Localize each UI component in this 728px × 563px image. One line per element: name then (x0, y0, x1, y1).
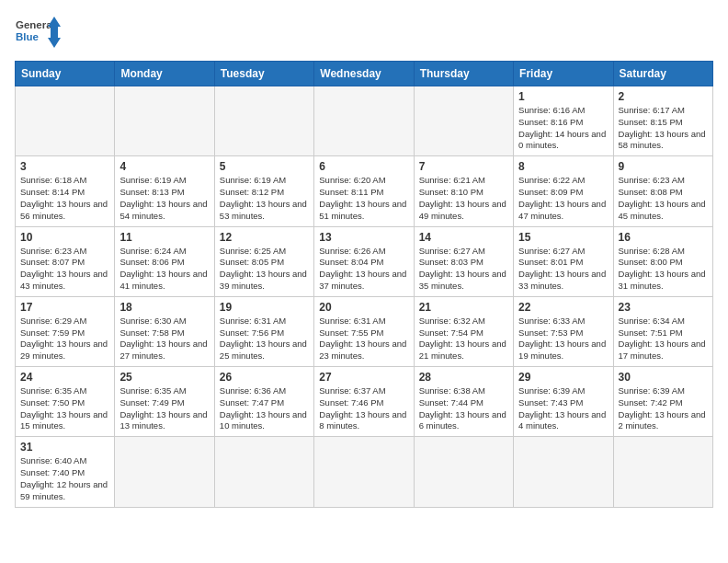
logo: General Blue (15, 15, 61, 50)
day-detail: Sunrise: 6:39 AM Sunset: 7:43 PM Dayligh… (518, 385, 608, 432)
calendar-day-cell (613, 437, 712, 507)
calendar-day-cell: 19Sunrise: 6:31 AM Sunset: 7:56 PM Dayli… (214, 296, 313, 366)
calendar-week-row: 10Sunrise: 6:23 AM Sunset: 8:07 PM Dayli… (16, 226, 713, 296)
day-detail: Sunrise: 6:21 AM Sunset: 8:10 PM Dayligh… (419, 175, 508, 222)
day-number: 16 (619, 231, 708, 244)
calendar-day-cell: 31Sunrise: 6:40 AM Sunset: 7:40 PM Dayli… (16, 437, 115, 507)
day-detail: Sunrise: 6:27 AM Sunset: 8:03 PM Dayligh… (419, 246, 508, 293)
day-detail: Sunrise: 6:23 AM Sunset: 8:08 PM Dayligh… (619, 175, 708, 222)
day-number: 21 (419, 301, 508, 314)
day-detail: Sunrise: 6:31 AM Sunset: 7:56 PM Dayligh… (220, 316, 309, 362)
calendar-day-cell: 12Sunrise: 6:25 AM Sunset: 8:05 PM Dayli… (214, 226, 313, 296)
calendar-day-cell: 7Sunrise: 6:21 AM Sunset: 8:10 PM Daylig… (414, 156, 513, 226)
day-detail: Sunrise: 6:40 AM Sunset: 7:40 PM Dayligh… (20, 455, 109, 502)
day-detail: Sunrise: 6:20 AM Sunset: 8:11 PM Dayligh… (319, 175, 408, 222)
day-detail: Sunrise: 6:33 AM Sunset: 7:53 PM Dayligh… (518, 316, 608, 362)
calendar-day-cell: 1Sunrise: 6:16 AM Sunset: 8:16 PM Daylig… (514, 86, 613, 156)
day-detail: Sunrise: 6:23 AM Sunset: 8:07 PM Dayligh… (20, 246, 109, 293)
calendar-week-row: 17Sunrise: 6:29 AM Sunset: 7:59 PM Dayli… (16, 296, 713, 366)
day-detail: Sunrise: 6:39 AM Sunset: 7:42 PM Dayligh… (619, 385, 708, 432)
calendar-day-cell: 15Sunrise: 6:27 AM Sunset: 8:01 PM Dayli… (514, 226, 613, 296)
calendar-day-cell: 2Sunrise: 6:17 AM Sunset: 8:15 PM Daylig… (613, 86, 712, 156)
calendar-day-cell: 10Sunrise: 6:23 AM Sunset: 8:07 PM Dayli… (16, 226, 115, 296)
calendar-day-cell: 8Sunrise: 6:22 AM Sunset: 8:09 PM Daylig… (514, 156, 613, 226)
day-detail: Sunrise: 6:27 AM Sunset: 8:01 PM Dayligh… (518, 246, 608, 293)
calendar-day-cell (214, 437, 313, 507)
calendar-day-cell: 6Sunrise: 6:20 AM Sunset: 8:11 PM Daylig… (314, 156, 414, 226)
day-number: 22 (518, 301, 608, 314)
day-detail: Sunrise: 6:30 AM Sunset: 7:58 PM Dayligh… (119, 316, 209, 362)
day-number: 5 (220, 160, 309, 173)
day-of-week-header: Sunday (16, 62, 115, 86)
day-detail: Sunrise: 6:19 AM Sunset: 8:12 PM Dayligh… (220, 175, 309, 222)
day-number: 12 (220, 231, 309, 244)
calendar-day-cell (16, 86, 115, 156)
calendar-day-cell (115, 86, 214, 156)
day-of-week-header: Wednesday (314, 62, 414, 86)
day-number: 27 (319, 371, 408, 384)
calendar-day-cell: 30Sunrise: 6:39 AM Sunset: 7:42 PM Dayli… (613, 367, 712, 437)
calendar-day-cell: 23Sunrise: 6:34 AM Sunset: 7:51 PM Dayli… (613, 296, 712, 366)
day-detail: Sunrise: 6:22 AM Sunset: 8:09 PM Dayligh… (518, 175, 608, 222)
calendar-day-cell: 26Sunrise: 6:36 AM Sunset: 7:47 PM Dayli… (214, 367, 313, 437)
day-number: 24 (20, 371, 109, 384)
day-detail: Sunrise: 6:35 AM Sunset: 7:49 PM Dayligh… (119, 385, 209, 432)
day-detail: Sunrise: 6:18 AM Sunset: 8:14 PM Dayligh… (20, 175, 109, 222)
calendar-day-cell: 24Sunrise: 6:35 AM Sunset: 7:50 PM Dayli… (16, 367, 115, 437)
day-number: 7 (419, 160, 508, 173)
calendar-week-row: 31Sunrise: 6:40 AM Sunset: 7:40 PM Dayli… (16, 437, 713, 507)
calendar-day-cell (414, 437, 513, 507)
calendar-day-cell: 27Sunrise: 6:37 AM Sunset: 7:46 PM Dayli… (314, 367, 414, 437)
calendar-day-cell: 28Sunrise: 6:38 AM Sunset: 7:44 PM Dayli… (414, 367, 513, 437)
day-number: 19 (220, 301, 309, 314)
calendar-day-cell (514, 437, 613, 507)
day-detail: Sunrise: 6:16 AM Sunset: 8:16 PM Dayligh… (518, 105, 608, 152)
day-number: 2 (619, 90, 708, 103)
day-detail: Sunrise: 6:38 AM Sunset: 7:44 PM Dayligh… (419, 385, 508, 432)
calendar-day-cell: 14Sunrise: 6:27 AM Sunset: 8:03 PM Dayli… (414, 226, 513, 296)
day-detail: Sunrise: 6:19 AM Sunset: 8:13 PM Dayligh… (119, 175, 209, 222)
day-number: 10 (20, 231, 109, 244)
generalblue-logo-icon: General Blue (15, 15, 61, 50)
day-detail: Sunrise: 6:36 AM Sunset: 7:47 PM Dayligh… (220, 385, 309, 432)
day-number: 23 (619, 301, 708, 314)
day-of-week-header: Tuesday (214, 62, 313, 86)
day-number: 25 (119, 371, 209, 384)
day-detail: Sunrise: 6:28 AM Sunset: 8:00 PM Dayligh… (619, 246, 708, 293)
calendar-week-row: 24Sunrise: 6:35 AM Sunset: 7:50 PM Dayli… (16, 367, 713, 437)
day-number: 18 (119, 301, 209, 314)
day-number: 1 (518, 90, 608, 103)
day-detail: Sunrise: 6:17 AM Sunset: 8:15 PM Dayligh… (619, 105, 708, 152)
calendar-day-cell (314, 86, 414, 156)
day-number: 4 (119, 160, 209, 173)
day-number: 29 (518, 371, 608, 384)
calendar-table: SundayMondayTuesdayWednesdayThursdayFrid… (15, 61, 713, 508)
day-of-week-header: Saturday (613, 62, 712, 86)
calendar-day-cell (115, 437, 214, 507)
calendar-day-cell (414, 86, 513, 156)
day-detail: Sunrise: 6:35 AM Sunset: 7:50 PM Dayligh… (20, 385, 109, 432)
day-number: 3 (20, 160, 109, 173)
calendar-day-cell: 20Sunrise: 6:31 AM Sunset: 7:55 PM Dayli… (314, 296, 414, 366)
day-detail: Sunrise: 6:34 AM Sunset: 7:51 PM Dayligh… (619, 316, 708, 362)
day-number: 8 (518, 160, 608, 173)
day-detail: Sunrise: 6:29 AM Sunset: 7:59 PM Dayligh… (20, 316, 109, 362)
day-number: 20 (319, 301, 408, 314)
calendar-day-cell: 3Sunrise: 6:18 AM Sunset: 8:14 PM Daylig… (16, 156, 115, 226)
day-number: 31 (20, 441, 109, 454)
day-number: 11 (119, 231, 209, 244)
day-number: 26 (220, 371, 309, 384)
svg-text:Blue: Blue (16, 31, 39, 42)
day-detail: Sunrise: 6:31 AM Sunset: 7:55 PM Dayligh… (319, 316, 408, 362)
calendar-day-cell: 21Sunrise: 6:32 AM Sunset: 7:54 PM Dayli… (414, 296, 513, 366)
day-number: 9 (619, 160, 708, 173)
calendar-day-cell (214, 86, 313, 156)
day-number: 30 (619, 371, 708, 384)
day-number: 28 (419, 371, 508, 384)
day-detail: Sunrise: 6:37 AM Sunset: 7:46 PM Dayligh… (319, 385, 408, 432)
day-number: 17 (20, 301, 109, 314)
calendar-day-cell: 5Sunrise: 6:19 AM Sunset: 8:12 PM Daylig… (214, 156, 313, 226)
day-detail: Sunrise: 6:25 AM Sunset: 8:05 PM Dayligh… (220, 246, 309, 293)
day-detail: Sunrise: 6:26 AM Sunset: 8:04 PM Dayligh… (319, 246, 408, 293)
day-detail: Sunrise: 6:32 AM Sunset: 7:54 PM Dayligh… (419, 316, 508, 362)
